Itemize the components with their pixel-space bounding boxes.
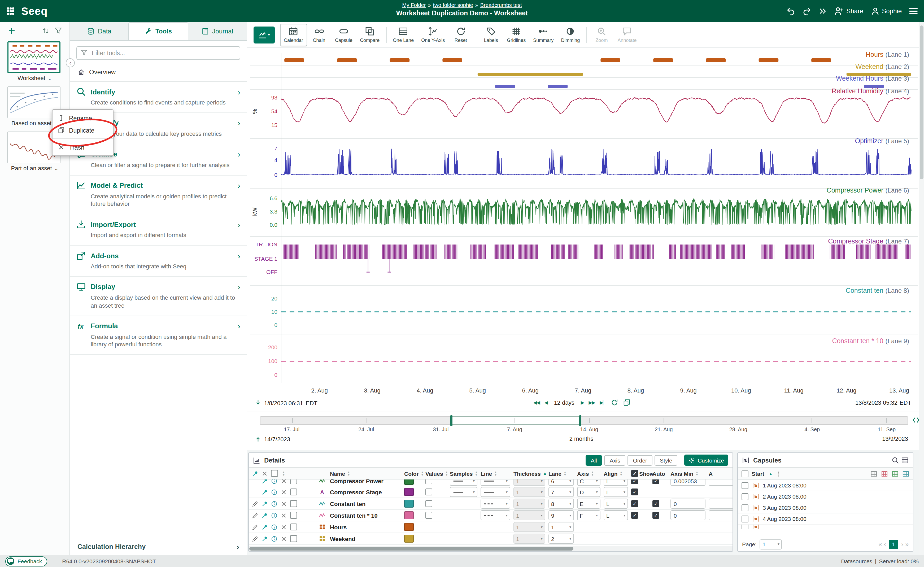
show-checkbox[interactable]: ✓ — [631, 480, 638, 484]
sort-icon[interactable]: ▲▼ — [591, 471, 594, 476]
x-icon[interactable] — [261, 470, 268, 477]
apps-grid-icon[interactable] — [6, 7, 15, 15]
table-row-constant-ten-10[interactable]: Constant ten * 10▾1▾9▾F▾L▾✓✓0 — [249, 510, 732, 521]
sort-icon[interactable]: ▲▼ — [695, 471, 698, 476]
display-range-start[interactable]: 1/8/2023 06:31EDT — [255, 399, 318, 406]
x-icon[interactable] — [280, 524, 287, 530]
row-checkbox[interactable] — [290, 524, 297, 530]
forward-icon[interactable] — [818, 7, 826, 15]
investigate-start[interactable]: 14/7/2023 — [255, 435, 290, 442]
breadcrumb-link-my-folder[interactable]: My Folder — [402, 2, 426, 8]
customize-button[interactable]: Customize — [684, 454, 728, 466]
axis-select[interactable]: C▾ — [577, 480, 600, 486]
capsule-row[interactable]: 4 Aug 2023 08:00 — [738, 513, 913, 525]
toolbar-button-annotate[interactable]: Annotate — [614, 24, 640, 46]
step-back-half-icon[interactable]: ◀ — [544, 400, 548, 405]
tool-model-predict[interactable]: Model & Predict›Create analytical models… — [70, 175, 247, 214]
toolbar-button-one-lane[interactable]: One Lane — [389, 24, 417, 46]
column-menu-icon[interactable]: ⋮ — [776, 471, 782, 477]
overview-link[interactable]: Overview — [70, 64, 247, 82]
capsule-checkbox[interactable] — [741, 493, 748, 500]
display-range-end[interactable]: 13/8/2023 05:32EDT — [855, 399, 911, 406]
align-select[interactable]: L▾ — [604, 487, 628, 497]
toolbar-button-gridlines[interactable]: Gridlines — [503, 24, 530, 46]
tab-journal[interactable]: Journal — [188, 22, 247, 40]
capsule-checkbox[interactable] — [741, 482, 748, 489]
pencil-icon[interactable] — [252, 536, 258, 542]
sort-icon[interactable]: ▲▼ — [282, 471, 285, 476]
samples-select[interactable]: ▾ — [450, 487, 477, 497]
details-filter-style[interactable]: Style — [654, 455, 678, 465]
current-page[interactable]: 1 — [889, 540, 898, 549]
lane-select[interactable]: 6▾ — [549, 480, 574, 486]
thickness-select[interactable]: 1▾ — [513, 487, 545, 497]
toolbar-button-chain[interactable]: Chain — [307, 24, 331, 46]
values-checkbox[interactable] — [425, 500, 432, 507]
pencil-icon[interactable] — [252, 524, 258, 530]
toolbar-button-dimming[interactable]: Dimming — [557, 24, 584, 46]
capsule-row[interactable]: 2 Aug 2023 08:00 — [738, 491, 913, 502]
color-swatch[interactable] — [404, 488, 414, 496]
filter-tools-input[interactable] — [76, 46, 240, 60]
table-row-weekend[interactable]: Weekend1▾2▾ — [249, 533, 732, 545]
prev-page-icon[interactable]: ‹ — [884, 541, 886, 548]
align-select[interactable]: L▾ — [604, 510, 628, 520]
tool-display[interactable]: Display›Create a display based on the cu… — [70, 277, 247, 316]
user-menu[interactable]: Sophie — [871, 7, 902, 15]
axis-max-input[interactable] — [709, 499, 732, 508]
timeline-brush[interactable] — [452, 416, 580, 425]
align-select[interactable]: L▾ — [604, 499, 628, 508]
next-page-icon[interactable]: › — [901, 541, 903, 548]
brush-right-handle[interactable] — [579, 415, 582, 426]
toolbar-button-zoom[interactable]: Zoom — [589, 24, 614, 46]
sort-icon[interactable]: ▲▼ — [445, 471, 448, 476]
chevron-down-icon[interactable]: ⌄ — [48, 75, 52, 81]
toolbar-button-compare[interactable]: Compare — [356, 24, 383, 46]
details-filter-order[interactable]: Order — [627, 455, 652, 465]
worksheet-thumbnail-worksheet[interactable]: Worksheet⌄ — [8, 41, 62, 81]
axis-select[interactable]: D▾ — [577, 487, 600, 497]
details-filter-all[interactable]: All — [585, 455, 602, 465]
lane-select[interactable]: 8▾ — [549, 499, 574, 508]
collapse-panel-button[interactable]: ‹ — [66, 58, 75, 68]
sort-icon[interactable]: ▲▼ — [421, 471, 424, 476]
timeline-track[interactable] — [260, 416, 908, 425]
show-checkbox[interactable]: ✓ — [631, 500, 638, 507]
select-all-checkbox[interactable] — [271, 470, 278, 477]
thickness-select[interactable]: 1▾ — [513, 499, 545, 508]
reorder-worksheets-icon[interactable] — [42, 27, 50, 34]
capsule-checkbox[interactable] — [741, 504, 748, 511]
x-icon[interactable] — [280, 489, 287, 495]
color-swatch[interactable] — [404, 480, 414, 485]
values-checkbox[interactable] — [425, 480, 432, 484]
capsules-select-all-checkbox[interactable] — [741, 470, 748, 477]
toolbar-button-one-y-axis[interactable]: One Y-Axis — [417, 24, 448, 46]
copy-range-icon[interactable] — [623, 399, 630, 406]
seeq-logo[interactable]: Seeq — [21, 5, 48, 17]
x-icon[interactable] — [280, 536, 287, 542]
brush-left-handle[interactable] — [450, 415, 453, 426]
capsule-row[interactable]: 1 Aug 2023 08:00 — [738, 480, 913, 491]
row-checkbox[interactable] — [290, 489, 297, 495]
tool-add-ons[interactable]: Add-ons›Add-on tools that integrate with… — [70, 246, 247, 277]
color-swatch[interactable] — [404, 523, 414, 531]
table-row-compressor-power[interactable]: Compressor Power▾▾1▾6▾C▾L▾✓✓0.002053 — [249, 480, 732, 486]
toolbar-button-capsule[interactable]: Capsule — [331, 24, 356, 46]
start-column-header[interactable]: Start — [752, 471, 764, 477]
axis-min-input[interactable]: 0.002053 — [670, 480, 705, 486]
values-checkbox[interactable] — [425, 489, 432, 495]
align-select[interactable]: L▾ — [604, 480, 628, 486]
trend-view-button[interactable]: ▾ — [254, 26, 275, 43]
show-checkbox[interactable]: ✓ — [631, 512, 638, 519]
auto-update-icon[interactable] — [611, 399, 618, 406]
menu-item-trash[interactable]: Trash — [52, 141, 113, 153]
breadcrumb-link-breadcrumbs-test[interactable]: Breadcrumbs test — [480, 2, 522, 8]
duration-label[interactable]: 12 days — [554, 399, 574, 406]
menu-icon[interactable] — [909, 8, 918, 14]
axis-max-input[interactable] — [709, 480, 732, 486]
pencil-icon[interactable] — [252, 500, 258, 507]
auto-checkbox[interactable]: ✓ — [652, 500, 659, 507]
row-checkbox[interactable] — [290, 500, 297, 507]
info-icon[interactable] — [271, 500, 278, 507]
x-icon[interactable] — [280, 480, 287, 484]
